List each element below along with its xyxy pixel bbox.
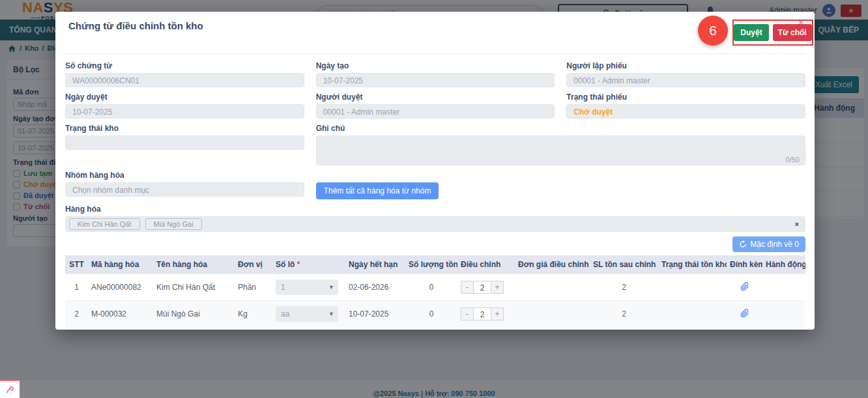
stepper-minus-button[interactable]: -: [461, 281, 474, 294]
stepper-value[interactable]: 2: [474, 307, 491, 320]
approved-date-input: 10-07-2025: [65, 104, 304, 119]
cell-trang-thai: [658, 301, 727, 328]
cell-don-gia: [515, 301, 590, 328]
col-so-lo-label: Số lô: [276, 260, 295, 269]
cell-so-lo: 1▼: [272, 274, 345, 301]
cell-sl-ton: 0: [405, 274, 457, 301]
field-trang-thai-kho: Trạng thái kho: [65, 124, 304, 165]
col-dinh-kem: Đính kèm: [727, 255, 762, 274]
col-stt: STT: [65, 255, 88, 274]
field-label: Người lập phiếu: [566, 61, 805, 70]
cell-so-lo: aa▼: [272, 301, 345, 328]
col-sl-sau-chinh: SL tồn sau chỉnh: [590, 255, 658, 274]
cell-stt: 2: [65, 301, 88, 328]
char-counter: 0/50: [786, 156, 800, 163]
quantity-stepper: - 2 +: [461, 281, 504, 294]
col-ten-hang-hoa: Tên hàng hóa: [153, 255, 235, 274]
note-textarea: 0/50: [316, 135, 805, 165]
cell-sl-sau: 2: [590, 274, 658, 301]
cell-don-gia: [515, 274, 590, 301]
cell-ma: ANe00000082: [88, 274, 153, 301]
field-add-all: Thêm tất cả hàng hóa từ nhóm: [316, 171, 805, 199]
stepper-minus-button[interactable]: -: [461, 307, 474, 320]
field-label: Ngày tạo: [316, 61, 555, 70]
cell-sl-sau: 2: [590, 301, 658, 328]
field-label: Ghi chú: [316, 124, 805, 133]
document-number-input: WA00000006CN01: [65, 73, 304, 87]
cell-ngay-het-han: 10-07-2025: [345, 301, 405, 328]
col-trang-thai-ton-kho: Trạng thái tồn kho: [658, 255, 727, 274]
cell-dinh-kem: [727, 301, 762, 328]
created-date-input: 10-07-2025: [316, 73, 555, 87]
default-zero-button[interactable]: Mặc định về 0: [732, 236, 805, 252]
cell-sl-ton: 0: [405, 301, 457, 328]
approver-input: 00001 - Admin master: [316, 104, 555, 119]
cell-dinh-kem: [727, 274, 762, 301]
cell-trang-thai: [658, 274, 727, 301]
inventory-adjustment-modal: Chứng từ điều chỉnh tồn kho × Duyệt Từ c…: [55, 12, 815, 330]
item-row-1: 1 ANe00000082 Kim Chi Hàn Qất Phần 1▼ 02…: [65, 274, 805, 301]
field-nguoi-lap-phieu: Người lập phiếu 00001 - Admin master: [566, 61, 805, 87]
cell-ma: M-000032: [88, 301, 153, 328]
cell-hanh-dong: [762, 301, 805, 328]
default-zero-label: Mặc định về 0: [750, 240, 799, 249]
field-label: Người duyệt: [316, 92, 555, 102]
field-hang-hoa: Hàng hóa Kim Chi Hàn QấtMùi Ngò Gai ×: [65, 205, 805, 232]
field-label: Trạng thái kho: [65, 124, 304, 133]
cell-stt: 1: [65, 274, 88, 301]
annotation-step-badge: 6: [698, 16, 728, 46]
col-so-lo: Số lô *: [272, 255, 345, 274]
product-tags: Kim Chi Hàn QấtMùi Ngò Gai: [69, 220, 207, 229]
status-badge: Chờ duyệt: [566, 104, 805, 119]
clear-icon[interactable]: ×: [795, 220, 799, 228]
cell-don-vi: Phần: [235, 274, 272, 301]
refresh-icon: [739, 240, 747, 248]
feedback-widget[interactable]: [0, 380, 20, 398]
quantity-stepper: - 2 +: [461, 307, 504, 320]
col-hanh-dong: Hành động: [762, 255, 805, 274]
reject-button[interactable]: Từ chối: [773, 24, 812, 41]
chevron-down-icon: ▼: [328, 306, 334, 322]
field-label: Hàng hóa: [65, 205, 805, 214]
items-table: STT Mã hàng hóa Tên hàng hóa Đơn vị Số l…: [65, 255, 805, 328]
col-dieu-chinh: Điều chỉnh: [457, 255, 515, 274]
paperclip-icon[interactable]: [740, 282, 749, 291]
stepper-plus-button[interactable]: +: [491, 281, 504, 294]
product-tag[interactable]: Mùi Ngò Gai: [145, 218, 202, 230]
lot-value: aa: [281, 309, 289, 319]
items-table-header-row: STT Mã hàng hóa Tên hàng hóa Đơn vị Số l…: [65, 255, 805, 274]
cell-ngay-het-han: 02-06-2026: [345, 274, 405, 301]
lot-select: aa▼: [276, 306, 338, 322]
creator-input: 00001 - Admin master: [566, 73, 805, 87]
field-trang-thai-phieu: Trạng thái phiếu Chờ duyệt: [566, 92, 805, 119]
stepper-plus-button[interactable]: +: [491, 307, 504, 320]
add-all-from-group-button[interactable]: Thêm tất cả hàng hóa từ nhóm: [316, 182, 439, 199]
field-label: Số chứng từ: [65, 61, 304, 70]
cell-dieu-chinh: - 2 +: [457, 274, 515, 301]
app-screen: NASYS POS Nhập từ khóa tìm kiếm Quét mã …: [0, 0, 868, 398]
field-ngay-duyet: Ngày duyệt 10-07-2025: [65, 92, 304, 119]
modal-title: Chứng từ điều chỉnh tồn kho: [68, 20, 203, 31]
product-tag[interactable]: Kim Chi Hàn Qất: [69, 218, 140, 230]
stepper-value[interactable]: 2: [474, 281, 491, 294]
col-ma-hang-hoa: Mã hàng hóa: [88, 255, 153, 274]
chevron-down-icon: ▼: [328, 279, 334, 295]
field-ngay-tao: Ngày tạo 10-07-2025: [316, 61, 555, 87]
warehouse-status-input: [65, 135, 304, 150]
pen-hand-icon: [5, 385, 15, 395]
product-multiselect: Kim Chi Hàn QấtMùi Ngò Gai ×: [65, 216, 805, 232]
field-so-chung-tu: Số chứng từ WA00000006CN01: [65, 61, 304, 87]
field-label: Trạng thái phiếu: [566, 92, 805, 102]
field-label: Nhóm hàng hóa: [65, 171, 304, 180]
cell-ten: Kim Chi Hàn Qất: [153, 274, 235, 301]
col-so-luong-ton: Số lượng tồn: [405, 255, 457, 274]
lot-value: 1: [281, 283, 285, 292]
item-row-2: 2 M-000032 Mùi Ngò Gai Kg aa▼ 10-07-2025…: [65, 301, 805, 328]
paperclip-icon[interactable]: [740, 309, 749, 318]
approve-button[interactable]: Duyệt: [734, 24, 768, 41]
lot-select: 1▼: [276, 279, 338, 295]
col-ngay-het-han: Ngày hết hạn: [345, 255, 405, 274]
cell-dieu-chinh: - 2 +: [457, 301, 515, 328]
field-nguoi-duyet: Người duyệt 00001 - Admin master: [316, 92, 555, 119]
cell-don-vi: Kg: [235, 301, 272, 328]
